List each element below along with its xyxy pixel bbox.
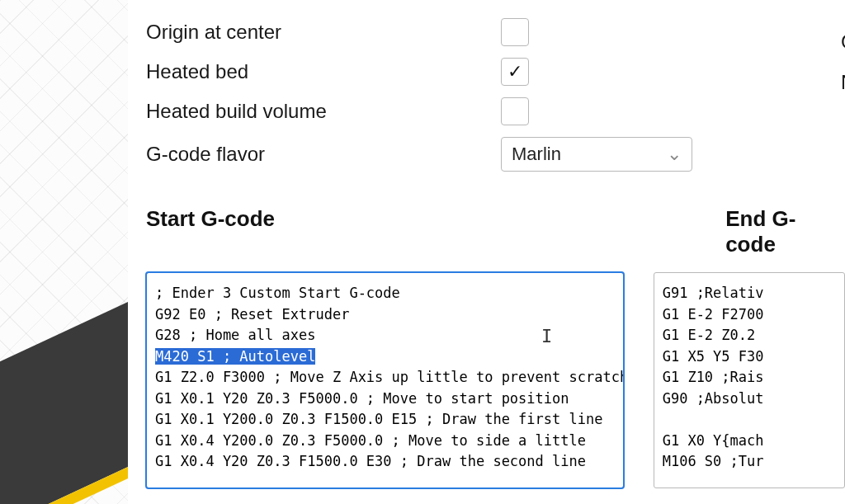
gcode-flavor-value: Marlin xyxy=(512,144,561,165)
heated-volume-row: Heated build volume xyxy=(146,97,845,125)
origin-at-center-checkbox[interactable] xyxy=(501,18,529,46)
chevron-down-icon: ⌄ xyxy=(667,144,682,165)
check-icon: ✓ xyxy=(507,61,522,82)
text-cursor-icon: 𝙸 xyxy=(541,326,552,347)
gcode-flavor-label: G-code flavor xyxy=(146,143,501,166)
num-extruders-label: Number of Extru xyxy=(841,71,845,94)
viewport-3d-background xyxy=(0,0,140,504)
gcode-flavor-row: G-code flavor Marlin ⌄ xyxy=(146,137,845,172)
origin-at-center-row: Origin at center Gantry Height xyxy=(146,18,845,46)
heated-volume-label: Heated build volume xyxy=(146,100,501,123)
heated-volume-checkbox[interactable] xyxy=(501,97,529,125)
origin-at-center-label: Origin at center xyxy=(146,21,501,44)
machine-settings-panel: Origin at center Gantry Height Heated be… xyxy=(128,0,845,504)
heated-bed-row: Heated bed ✓ Number of Extru xyxy=(146,58,845,86)
gcode-flavor-select[interactable]: Marlin ⌄ xyxy=(501,137,692,172)
heated-bed-checkbox[interactable]: ✓ xyxy=(501,58,529,86)
start-gcode-textarea[interactable]: ; Ender 3 Custom Start G-code G92 E0 ; R… xyxy=(146,272,624,488)
end-gcode-textarea[interactable]: G91 ;Relativ G1 E-2 F2700 G1 E-2 Z0.2 G1… xyxy=(654,272,845,488)
start-gcode-heading: Start G-code xyxy=(146,206,577,257)
gantry-height-label: Gantry Height xyxy=(841,31,845,54)
heated-bed-label: Heated bed xyxy=(146,60,501,83)
print-bed-decor xyxy=(0,296,140,504)
end-gcode-heading: End G-code xyxy=(725,206,845,257)
